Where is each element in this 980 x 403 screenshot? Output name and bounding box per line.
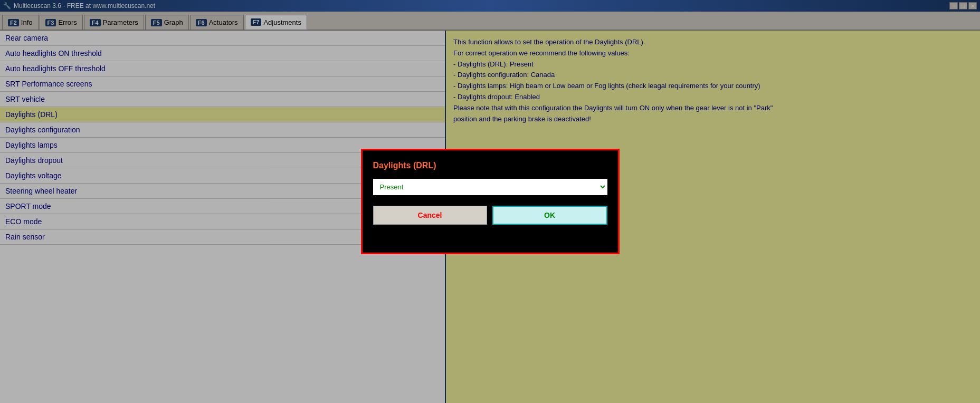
ok-button[interactable]: OK xyxy=(492,206,607,225)
modal-title: Daylights (DRL) xyxy=(373,161,607,170)
drl-select[interactable]: PresentNot Present xyxy=(373,179,607,195)
modal-buttons: Cancel OK xyxy=(373,206,607,225)
cancel-button[interactable]: Cancel xyxy=(373,206,487,225)
modal-dialog: Daylights (DRL) PresentNot Present Cance… xyxy=(361,149,620,254)
modal-overlay: Daylights (DRL) PresentNot Present Cance… xyxy=(0,0,980,403)
